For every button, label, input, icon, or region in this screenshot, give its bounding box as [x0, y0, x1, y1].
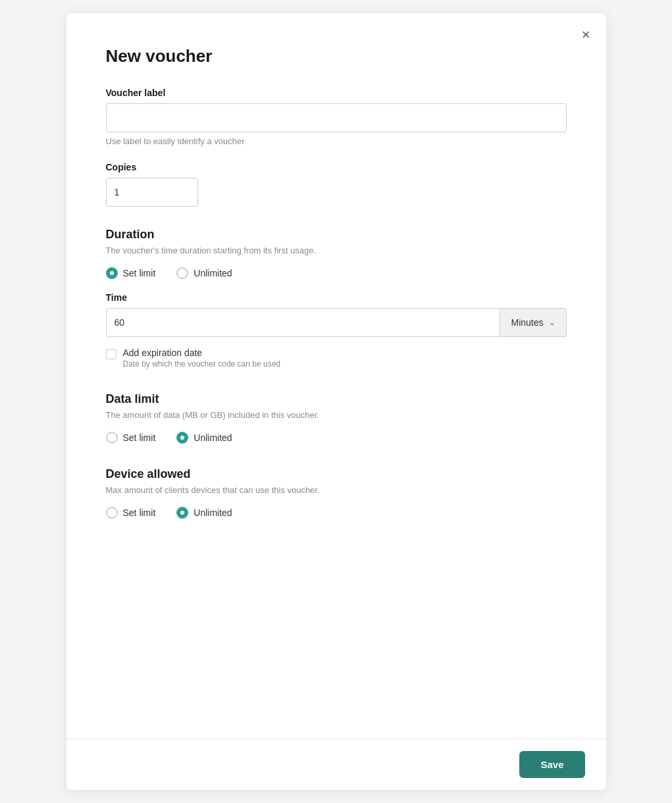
time-input[interactable] [106, 308, 500, 337]
data-limit-desc: The amount of data (MB or GB) included i… [106, 410, 567, 420]
duration-set-limit-label: Set limit [123, 268, 156, 278]
device-set-limit-radio[interactable] [106, 507, 118, 519]
device-set-limit-label: Set limit [123, 507, 156, 518]
data-set-limit-option[interactable]: Set limit [106, 432, 156, 444]
time-label: Time [106, 292, 567, 303]
data-unlimited-option[interactable]: Unlimited [176, 432, 232, 444]
duration-desc: The voucher's time duration starting fro… [106, 246, 567, 255]
chevron-down-icon: ⌄ [549, 318, 556, 327]
data-limit-section: Data limit The amount of data (MB or GB)… [106, 392, 567, 444]
device-unlimited-label: Unlimited [194, 507, 232, 518]
new-voucher-modal: × New voucher Voucher label Use label to… [66, 13, 606, 790]
modal-title: New voucher [106, 46, 567, 66]
device-set-limit-option[interactable]: Set limit [106, 507, 156, 519]
data-set-limit-label: Set limit [123, 432, 156, 443]
expiration-label-group: Add expiration date Date by which the vo… [123, 348, 280, 369]
duration-unlimited-option[interactable]: Unlimited [176, 267, 232, 279]
unit-select-button[interactable]: Minutes ⌄ [500, 308, 566, 337]
device-allowed-title: Device allowed [106, 467, 567, 481]
voucher-label-section: Voucher label Use label to easily identi… [106, 88, 567, 146]
voucher-label-helper: Use label to easily identify a voucher [106, 136, 567, 146]
device-unlimited-radio[interactable] [176, 507, 188, 519]
duration-set-limit-radio[interactable] [106, 267, 118, 279]
device-allowed-section: Device allowed Max amount of clients dev… [106, 467, 567, 519]
data-limit-radio-group: Set limit Unlimited [106, 432, 567, 444]
device-radio-group: Set limit Unlimited [106, 507, 567, 519]
expiration-checkbox[interactable] [106, 349, 116, 359]
device-unlimited-option[interactable]: Unlimited [176, 507, 232, 519]
unit-label: Minutes [511, 317, 543, 328]
copies-input[interactable] [106, 178, 198, 207]
expiration-row: Add expiration date Date by which the vo… [106, 348, 567, 369]
copies-section: Copies [106, 162, 567, 207]
expiration-main-label: Add expiration date [123, 348, 280, 358]
modal-footer: Save [66, 738, 606, 790]
voucher-label-field-label: Voucher label [106, 88, 567, 98]
duration-section: Duration The voucher's time duration sta… [106, 228, 567, 369]
duration-set-limit-option[interactable]: Set limit [106, 267, 156, 279]
time-row: Minutes ⌄ [106, 308, 567, 337]
duration-unlimited-label: Unlimited [194, 268, 232, 278]
data-set-limit-radio[interactable] [106, 432, 118, 444]
duration-radio-group: Set limit Unlimited [106, 267, 567, 279]
voucher-label-input[interactable] [106, 103, 567, 132]
data-limit-title: Data limit [106, 392, 567, 406]
close-button[interactable]: × [579, 25, 593, 45]
data-unlimited-radio[interactable] [176, 432, 188, 444]
duration-unlimited-radio[interactable] [176, 267, 188, 279]
data-unlimited-label: Unlimited [194, 432, 232, 443]
copies-label: Copies [106, 162, 567, 172]
device-allowed-desc: Max amount of clients devices that can u… [106, 485, 567, 495]
save-button[interactable]: Save [519, 751, 584, 778]
expiration-sub-label: Date by which the voucher code can be us… [123, 359, 280, 369]
duration-title: Duration [106, 228, 567, 242]
